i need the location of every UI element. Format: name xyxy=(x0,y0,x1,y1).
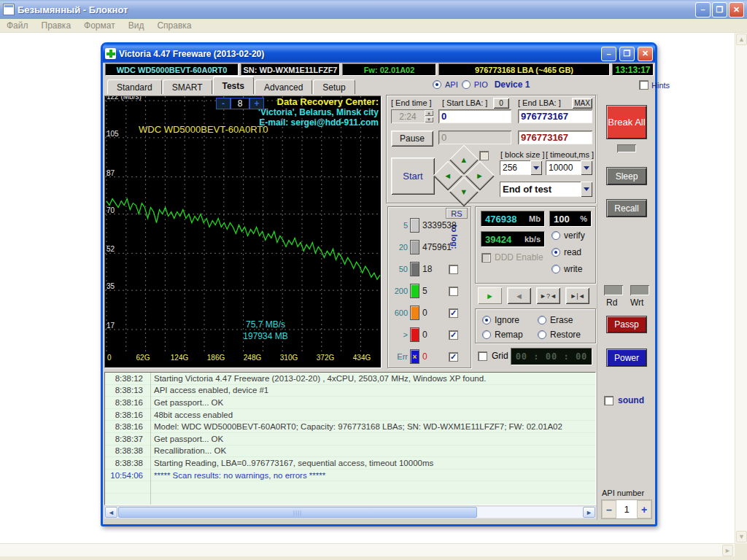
write-radio[interactable] xyxy=(551,265,560,273)
speed-unit: kb/s xyxy=(525,235,541,244)
histogram-color-block xyxy=(410,306,419,320)
scroll-up-icon[interactable]: ▲ xyxy=(736,34,747,45)
mode-option-write[interactable]: write xyxy=(551,264,585,274)
victoria-close-button[interactable]: ✕ xyxy=(638,47,653,61)
sound-label: sound xyxy=(618,395,644,405)
menu-item-справка[interactable]: Справка xyxy=(157,20,191,31)
back-button[interactable]: ◄ xyxy=(507,287,531,304)
tab-advanced[interactable]: Advanced xyxy=(255,79,312,94)
notepad-minimize-button[interactable]: – xyxy=(695,2,711,18)
end-time-spin-arrows[interactable]: ▲▼ xyxy=(425,110,433,122)
block-size-value: 256 xyxy=(500,163,530,173)
end-time-spinner[interactable]: 2:24 ▲▼ xyxy=(391,109,433,123)
scroll-left-icon[interactable]: ◄ xyxy=(105,507,117,518)
log-entry xyxy=(105,494,595,505)
pause-button[interactable]: Pause xyxy=(391,131,433,147)
dropdown-arrow-icon[interactable] xyxy=(581,160,592,175)
action-sidebar: Break All Sleep Recall Rd Wrt Passp Powe… xyxy=(597,94,655,520)
defect-option-remap[interactable]: Remap xyxy=(482,330,535,340)
spin-down-icon[interactable]: ▼ xyxy=(425,117,433,122)
timeout-select[interactable]: 10000 xyxy=(546,160,592,175)
scan-question-button[interactable]: ►?◄ xyxy=(536,287,560,304)
power-button[interactable]: Power xyxy=(606,349,647,367)
histogram-log-checkbox[interactable]: ✓ xyxy=(449,352,458,362)
menu-item-вид[interactable]: Вид xyxy=(128,20,144,31)
menu-item-файл[interactable]: Файл xyxy=(7,20,28,31)
histogram-log-checkbox[interactable]: ✓ xyxy=(449,308,458,318)
mode-option-read[interactable]: read xyxy=(551,247,585,257)
dropdown-arrow-icon[interactable] xyxy=(530,160,542,175)
sleep-button[interactable]: Sleep xyxy=(606,167,647,185)
notepad-restore-button[interactable]: ❐ xyxy=(712,2,727,18)
recall-button[interactable]: Recall xyxy=(606,199,647,217)
skip-button[interactable]: ►|◄ xyxy=(565,287,589,304)
histogram-row: 53339538 xyxy=(388,217,471,234)
grid-checkbox[interactable] xyxy=(478,351,487,361)
victoria-titlebar[interactable]: Victoria 4.47 Freeware (2013-02-20) – ❐ … xyxy=(103,44,655,63)
victoria-maximize-button[interactable]: ❐ xyxy=(619,47,635,61)
start-button[interactable]: Start xyxy=(391,158,435,195)
block-size-select[interactable]: 256 xyxy=(500,160,542,175)
api-plus-button[interactable]: + xyxy=(637,500,651,518)
log-entry-text: API access enabled, device #1 xyxy=(147,386,268,394)
end-lba-input[interactable]: 976773167 xyxy=(518,109,592,123)
spin-up-icon[interactable]: ▲ xyxy=(425,110,433,116)
ignore-radio[interactable] xyxy=(482,316,491,324)
read-radio[interactable] xyxy=(551,248,560,257)
scroll-right-icon[interactable]: ► xyxy=(583,507,595,518)
tab-setup[interactable]: Setup xyxy=(313,79,355,94)
log-entry-text: ***** Scan results: no warnings, no erro… xyxy=(147,471,325,480)
mode-option-verify[interactable]: verify xyxy=(551,230,585,241)
hints-checkbox[interactable] xyxy=(639,80,649,90)
passport-button[interactable]: Passp xyxy=(606,316,647,333)
api-minus-button[interactable]: – xyxy=(602,500,616,518)
remap-radio[interactable] xyxy=(482,330,491,339)
remaining-lba-field: 976773167 xyxy=(518,131,592,144)
defect-option-ignore[interactable]: Ignore xyxy=(482,315,535,325)
start-lba-input[interactable]: 0 xyxy=(438,109,511,123)
break-all-button[interactable]: Break All xyxy=(606,105,647,139)
restore-radio[interactable] xyxy=(538,330,546,339)
sound-checkbox[interactable] xyxy=(604,396,614,405)
tab-smart[interactable]: SMART xyxy=(163,79,212,94)
play-button[interactable]: ► xyxy=(478,287,502,304)
scrollbar-track[interactable] xyxy=(477,507,583,518)
histogram-log-checkbox[interactable]: ✓ xyxy=(449,330,458,340)
scale-minus-button[interactable]: - xyxy=(216,98,231,109)
log-entry-text: Recallibration... OK xyxy=(147,446,226,455)
speed-graph: 122 (Mb/s)1058770523517062G124G186G248G3… xyxy=(104,96,382,368)
log-horizontal-scrollbar[interactable]: ◄ ► xyxy=(104,506,596,518)
verify-radio[interactable] xyxy=(551,231,560,240)
menu-item-правка[interactable]: Правка xyxy=(42,20,71,31)
scroll-down-icon[interactable]: ▼ xyxy=(736,531,747,542)
pio-radio[interactable] xyxy=(462,80,471,89)
scale-plus-button[interactable]: + xyxy=(249,98,264,109)
nav-pad-checkbox[interactable] xyxy=(479,151,489,160)
histogram-bin-count: 3339538 xyxy=(422,220,457,230)
log-entry-text: Model: WDC WD5000BEVT-60A0RT0; Capacity:… xyxy=(147,422,562,431)
victoria-minimize-button[interactable]: – xyxy=(601,47,616,61)
erase-radio[interactable] xyxy=(538,316,546,324)
ddd-enable-checkbox[interactable] xyxy=(481,253,491,262)
end-action-select[interactable]: End of test xyxy=(500,182,592,197)
histogram-log-checkbox[interactable] xyxy=(449,287,458,296)
notepad-icon xyxy=(3,4,15,15)
dropdown-arrow-icon[interactable] xyxy=(581,182,592,197)
clock: 13:13:17 xyxy=(612,63,654,76)
notepad-close-button[interactable]: ✕ xyxy=(729,2,744,18)
log-entry-time: 8:38:16 xyxy=(105,398,147,407)
notepad-horizontal-scrollbar[interactable]: ► xyxy=(0,543,735,556)
histogram-log-checkbox[interactable] xyxy=(449,265,458,274)
mode-selector: API PIO Device 1 xyxy=(433,79,530,90)
tab-standard[interactable]: Standard xyxy=(107,79,162,94)
tab-tests[interactable]: Tests xyxy=(213,77,254,94)
defect-option-restore[interactable]: Restore xyxy=(538,330,590,340)
menu-item-формат[interactable]: Формат xyxy=(84,20,115,31)
scroll-right-icon[interactable]: ► xyxy=(722,545,733,556)
defect-option-erase[interactable]: Erase xyxy=(538,315,590,325)
api-radio[interactable] xyxy=(433,80,441,89)
end-lba-max-button[interactable]: MAX xyxy=(572,98,592,109)
scrollbar-thumb[interactable] xyxy=(118,507,477,518)
start-lba-zero-button[interactable]: 0 xyxy=(493,98,509,109)
notepad-vertical-scrollbar[interactable]: ▲ ▼ xyxy=(735,33,747,543)
